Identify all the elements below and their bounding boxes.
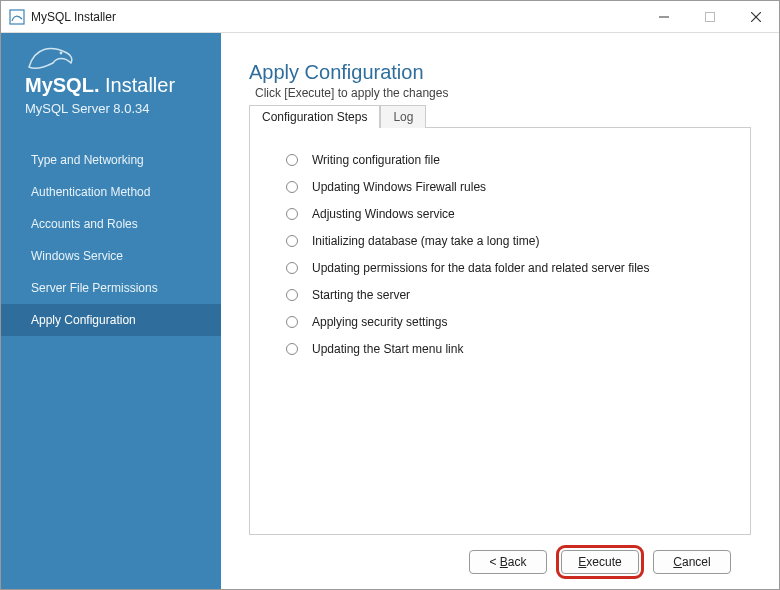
sidebar-nav: Type and Networking Authentication Metho… xyxy=(1,144,221,336)
step-status-icon xyxy=(286,262,298,274)
step-status-icon xyxy=(286,316,298,328)
step-row: Writing configuration file xyxy=(286,146,738,173)
titlebar: MySQL Installer xyxy=(1,1,779,33)
step-status-icon xyxy=(286,181,298,193)
step-status-icon xyxy=(286,208,298,220)
page-subtitle: Click [Execute] to apply the changes xyxy=(249,86,751,100)
step-status-icon xyxy=(286,343,298,355)
sidebar-item-file-permissions[interactable]: Server File Permissions xyxy=(1,272,221,304)
step-row: Initializing database (may take a long t… xyxy=(286,227,738,254)
step-status-icon xyxy=(286,235,298,247)
window-body: MySQL. Installer MySQL Server 8.0.34 Typ… xyxy=(1,33,779,589)
svg-rect-0 xyxy=(10,10,24,24)
tab-configuration-steps[interactable]: Configuration Steps xyxy=(249,105,380,128)
tab-strip: Configuration Steps Log xyxy=(249,104,751,128)
step-label: Updating the Start menu link xyxy=(312,342,463,356)
step-label: Updating Windows Firewall rules xyxy=(312,180,486,194)
main-panel: Apply Configuration Click [Execute] to a… xyxy=(221,33,779,589)
cancel-button[interactable]: Cancel xyxy=(653,550,731,574)
step-row: Updating the Start menu link xyxy=(286,335,738,362)
minimize-button[interactable] xyxy=(641,1,687,33)
product-name: MySQL Server 8.0.34 xyxy=(25,101,221,116)
sidebar-item-windows-service[interactable]: Windows Service xyxy=(1,240,221,272)
step-row: Applying security settings xyxy=(286,308,738,335)
step-status-icon xyxy=(286,289,298,301)
app-icon xyxy=(9,9,25,25)
execute-button[interactable]: Execute xyxy=(561,550,639,574)
step-row: Updating permissions for the data folder… xyxy=(286,254,738,281)
sidebar-item-accounts-roles[interactable]: Accounts and Roles xyxy=(1,208,221,240)
page-title: Apply Configuration xyxy=(249,61,751,84)
step-status-icon xyxy=(286,154,298,166)
sidebar-item-apply-configuration[interactable]: Apply Configuration xyxy=(1,304,221,336)
step-label: Writing configuration file xyxy=(312,153,440,167)
step-label: Initializing database (may take a long t… xyxy=(312,234,539,248)
svg-point-5 xyxy=(60,52,63,55)
step-label: Updating permissions for the data folder… xyxy=(312,261,650,275)
step-row: Starting the server xyxy=(286,281,738,308)
step-label: Adjusting Windows service xyxy=(312,207,455,221)
maximize-button xyxy=(687,1,733,33)
tab-panel-steps: Writing configuration file Updating Wind… xyxy=(249,127,751,535)
svg-rect-2 xyxy=(706,12,715,21)
installer-window: MySQL Installer MySQL. Instal xyxy=(0,0,780,590)
step-row: Updating Windows Firewall rules xyxy=(286,173,738,200)
mysql-logo-icon xyxy=(27,43,221,74)
close-button[interactable] xyxy=(733,1,779,33)
step-label: Applying security settings xyxy=(312,315,447,329)
back-button[interactable]: < Back xyxy=(469,550,547,574)
sidebar-item-authentication[interactable]: Authentication Method xyxy=(1,176,221,208)
step-row: Adjusting Windows service xyxy=(286,200,738,227)
tab-log[interactable]: Log xyxy=(380,105,426,128)
step-label: Starting the server xyxy=(312,288,410,302)
brand-title: MySQL. Installer xyxy=(25,74,221,97)
footer: < Back Execute Cancel xyxy=(249,535,751,589)
sidebar-item-type-networking[interactable]: Type and Networking xyxy=(1,144,221,176)
window-title: MySQL Installer xyxy=(31,10,116,24)
sidebar: MySQL. Installer MySQL Server 8.0.34 Typ… xyxy=(1,33,221,589)
